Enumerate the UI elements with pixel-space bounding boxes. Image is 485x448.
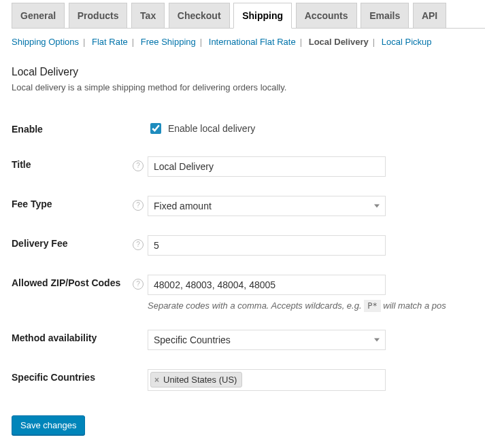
tab-api[interactable]: API (413, 3, 446, 28)
remove-chip-icon[interactable]: × (154, 375, 159, 385)
tab-checkout[interactable]: Checkout (169, 3, 230, 28)
section-title: Local Delivery (12, 66, 485, 78)
enable-checkbox-label: Enable local delivery (168, 123, 255, 134)
subnav-flat-rate[interactable]: Flat Rate (92, 37, 128, 47)
label-fee-type: Fee Type (12, 199, 52, 209)
code-sample: P* (364, 300, 380, 312)
help-icon[interactable]: ? (133, 200, 144, 211)
subnav-international-flat-rate[interactable]: International Flat Rate (209, 37, 296, 47)
enable-checkbox[interactable] (150, 123, 161, 134)
subnav-free-shipping[interactable]: Free Shipping (141, 37, 196, 47)
allowed-zip-hint: Separate codes with a comma. Accepts wil… (148, 300, 485, 311)
tab-emails[interactable]: Emails (361, 3, 409, 28)
tab-products[interactable]: Products (69, 3, 128, 28)
chevron-down-icon (374, 339, 380, 342)
help-icon[interactable]: ? (133, 160, 144, 171)
tab-tax[interactable]: Tax (131, 3, 165, 28)
shipping-subnav: Shipping Options| Flat Rate| Free Shippi… (12, 29, 485, 54)
save-button[interactable]: Save changes (12, 415, 85, 435)
subnav-local-delivery[interactable]: Local Delivery (309, 37, 369, 47)
label-enable: Enable (12, 111, 148, 147)
tab-accounts[interactable]: Accounts (296, 3, 357, 28)
main-tabs: General Products Tax Checkout Shipping A… (12, 0, 485, 29)
label-specific-countries: Specific Countries (12, 372, 95, 383)
label-allowed-zip: Allowed ZIP/Post Codes (12, 277, 120, 288)
subnav-shipping-options[interactable]: Shipping Options (12, 37, 79, 47)
subnav-local-pickup[interactable]: Local Pickup (382, 37, 432, 47)
tab-shipping[interactable]: Shipping (233, 3, 292, 29)
label-title: Title (12, 159, 31, 170)
label-method-availability: Method availability (12, 332, 97, 343)
fee-type-select[interactable]: Fixed amount (148, 196, 386, 216)
title-input[interactable] (148, 156, 386, 177)
help-icon[interactable]: ? (133, 279, 144, 290)
enable-checkbox-wrapper[interactable]: Enable local delivery (148, 123, 255, 134)
fee-type-value: Fixed amount (154, 201, 212, 211)
help-icon[interactable]: ? (133, 239, 144, 250)
method-availability-select[interactable]: Specific Countries (148, 330, 386, 350)
method-availability-value: Specific Countries (154, 334, 231, 345)
label-delivery-fee: Delivery Fee (12, 238, 68, 249)
country-chip: × United States (US) (150, 372, 242, 387)
delivery-fee-input[interactable] (148, 235, 386, 256)
specific-countries-select[interactable]: × United States (US) (148, 369, 386, 391)
chevron-down-icon (374, 205, 380, 208)
allowed-zip-input[interactable] (148, 275, 386, 295)
tab-general[interactable]: General (12, 3, 65, 28)
section-description: Local delivery is a simple shipping meth… (12, 82, 485, 92)
country-chip-label: United States (US) (163, 375, 237, 385)
